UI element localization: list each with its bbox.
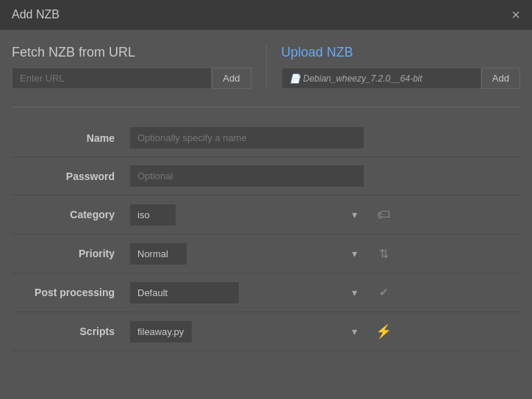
name-input[interactable]	[129, 126, 364, 149]
password-row: Password	[12, 157, 520, 195]
add-nzb-dialog: Add NZB × Fetch NZB from URL Add Upload …	[0, 0, 532, 399]
postprocessing-select[interactable]: Default None Only Unpack Repair/Unpack R…	[129, 281, 240, 304]
filename: Debian_wheezy_7.2.0__64-bit	[303, 73, 423, 84]
bolt-icon: ⚡	[375, 323, 392, 339]
priority-sort-button[interactable]: ⇅	[370, 242, 397, 265]
file-icon: 📄	[290, 73, 301, 84]
priority-control: Normal High Very High Force ⇅	[129, 242, 520, 265]
sort-icon: ⇅	[379, 247, 389, 261]
scripts-label: Scripts	[12, 326, 129, 337]
name-label: Name	[12, 132, 129, 144]
scripts-select[interactable]: None fileaway.py other.py	[129, 320, 193, 343]
postprocessing-select-wrapper: Default None Only Unpack Repair/Unpack R…	[129, 281, 364, 304]
upload-title: Upload NZB	[281, 45, 521, 60]
scripts-control: None fileaway.py other.py ⚡	[129, 320, 520, 343]
top-section: Fetch NZB from URL Add Upload NZB 📄 Debi…	[12, 45, 520, 89]
fetch-input-row: Add	[12, 68, 251, 89]
postprocessing-label: Post processing	[12, 287, 129, 298]
priority-row: Priority Normal High Very High Force ⇅	[12, 234, 520, 273]
category-select-wrapper: iso movies tv music other	[129, 204, 364, 226]
dialog-title: Add NZB	[12, 8, 60, 21]
close-button[interactable]: ×	[511, 7, 520, 22]
tag-icon: 🏷	[377, 207, 390, 223]
check-icon: ✔	[379, 286, 389, 299]
fetch-add-button[interactable]: Add	[212, 68, 251, 89]
postprocessing-check-button[interactable]: ✔	[370, 281, 397, 304]
dialog-header: Add NZB ×	[0, 0, 532, 30]
scripts-row: Scripts None fileaway.py other.py ⚡	[12, 312, 520, 351]
postprocessing-control: Default None Only Unpack Repair/Unpack R…	[129, 281, 520, 304]
category-row: Category iso movies tv music other 🏷	[12, 195, 520, 234]
upload-input-row: 📄 Debian_wheezy_7.2.0__64-bit Add	[281, 68, 521, 89]
password-label: Password	[12, 170, 129, 182]
scripts-select-wrapper: None fileaway.py other.py	[129, 320, 364, 343]
scripts-bolt-button[interactable]: ⚡	[370, 320, 397, 343]
dialog-body: Fetch NZB from URL Add Upload NZB 📄 Debi…	[0, 30, 532, 399]
category-tag-button[interactable]: 🏷	[370, 203, 397, 226]
priority-label: Priority	[12, 248, 129, 259]
divider	[12, 107, 520, 107]
name-row: Name	[12, 119, 520, 157]
category-control: iso movies tv music other 🏷	[129, 203, 520, 226]
file-display: 📄 Debian_wheezy_7.2.0__64-bit	[281, 68, 481, 89]
postprocessing-row: Post processing Default None Only Unpack…	[12, 273, 520, 312]
name-control	[129, 126, 520, 149]
password-control	[129, 165, 520, 187]
fetch-title: Fetch NZB from URL	[12, 45, 251, 60]
fetch-section: Fetch NZB from URL Add	[12, 45, 266, 89]
category-select[interactable]: iso movies tv music other	[129, 204, 176, 226]
upload-add-button[interactable]: Add	[481, 68, 520, 89]
form-section: Name Password Category iso	[12, 119, 520, 351]
upload-section: Upload NZB 📄 Debian_wheezy_7.2.0__64-bit…	[266, 45, 521, 89]
priority-select-wrapper: Normal High Very High Force	[129, 242, 364, 265]
password-input[interactable]	[129, 165, 364, 187]
url-input[interactable]	[12, 68, 212, 89]
priority-select[interactable]: Normal High Very High Force	[129, 242, 187, 265]
category-label: Category	[12, 209, 129, 220]
